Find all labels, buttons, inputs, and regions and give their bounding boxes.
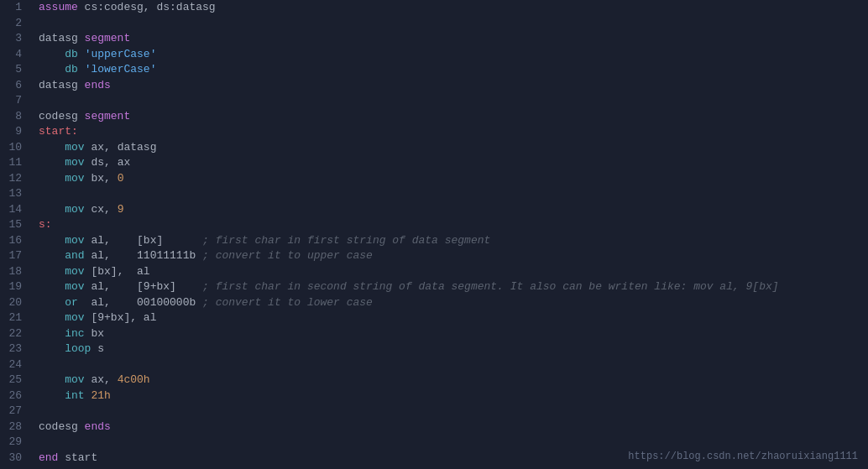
line-number: 23 bbox=[8, 341, 22, 357]
line-number: 17 bbox=[8, 248, 22, 264]
code-line: mov ax, 4c00h bbox=[39, 373, 868, 388]
code-token-instr: loop bbox=[65, 342, 91, 355]
code-token-plain: datasg bbox=[39, 79, 85, 91]
code-line: mov [9+bx], al bbox=[39, 310, 868, 326]
code-token-num: 9 bbox=[118, 203, 124, 216]
code-line: db 'lowerCase' bbox=[39, 62, 868, 78]
code-token-plain: cx, bbox=[85, 203, 118, 216]
code-token-instr: db bbox=[65, 48, 78, 60]
code-token-plain: codesg bbox=[39, 110, 85, 122]
line-number: 4 bbox=[8, 47, 22, 63]
line-number: 16 bbox=[8, 233, 22, 249]
code-token-instr: mov bbox=[65, 141, 84, 154]
line-number: 12 bbox=[8, 171, 22, 187]
line-number: 15 bbox=[8, 217, 22, 233]
code-line: mov ds, ax bbox=[39, 155, 868, 171]
code-line: or al, 00100000b ; convert it to lower c… bbox=[39, 295, 868, 311]
code-line: mov cx, 9 bbox=[39, 202, 868, 218]
code-token-plain bbox=[39, 203, 65, 216]
code-token-plain: al, [bx] bbox=[85, 234, 202, 247]
code-line: codesg segment bbox=[39, 109, 868, 125]
watermark-url: https://blog.csdn.net/zhaoruixiang1111 bbox=[628, 451, 858, 462]
code-line: datasg ends bbox=[39, 78, 868, 94]
code-token-plain: start bbox=[58, 451, 97, 464]
line-number: 30 bbox=[8, 451, 22, 466]
code-token-instr: or bbox=[65, 296, 78, 309]
line-number: 7 bbox=[8, 93, 22, 109]
code-line bbox=[39, 357, 868, 373]
code-token-plain bbox=[39, 311, 65, 324]
code-line bbox=[39, 435, 868, 451]
code-token-lbl: start: bbox=[39, 125, 78, 138]
code-content: assume cs:codesg, ds:datasg datasg segme… bbox=[30, 0, 868, 469]
code-line: mov al, [9+bx] ; first char in second st… bbox=[39, 279, 868, 295]
code-token-str-tick: 'lowerCase' bbox=[85, 63, 157, 76]
code-token-plain bbox=[39, 296, 65, 309]
line-number: 5 bbox=[8, 62, 22, 78]
code-token-instr: mov bbox=[65, 311, 84, 324]
code-line: mov bx, 0 bbox=[39, 171, 868, 187]
code-token-kw: assume bbox=[39, 1, 78, 13]
code-token-plain: ax, datasg bbox=[85, 141, 157, 154]
code-token-plain: ds, ax bbox=[85, 156, 131, 169]
code-token-plain: s bbox=[91, 342, 104, 355]
line-number: 28 bbox=[8, 419, 22, 435]
code-token-num: 21h bbox=[91, 389, 110, 402]
line-number: 14 bbox=[8, 202, 22, 218]
code-token-instr: mov bbox=[65, 280, 84, 293]
code-token-num: 0 bbox=[118, 172, 124, 185]
code-line: assume cs:codesg, ds:datasg bbox=[39, 0, 868, 16]
code-token-plain bbox=[39, 342, 65, 355]
line-number: 19 bbox=[8, 279, 22, 295]
code-token-plain bbox=[39, 389, 65, 402]
code-line: mov ax, datasg bbox=[39, 140, 868, 156]
code-token-plain: al, 00100000b bbox=[78, 296, 202, 309]
line-number: 29 bbox=[8, 435, 22, 451]
code-token-plain bbox=[39, 48, 65, 60]
code-editor: 1234567891011121314151617181920212223242… bbox=[0, 0, 868, 469]
code-token-instr: and bbox=[65, 249, 84, 262]
code-line: s: bbox=[39, 217, 868, 233]
code-token-plain bbox=[78, 48, 85, 60]
code-token-kw: segment bbox=[85, 32, 131, 44]
code-token-kw: ends bbox=[85, 79, 111, 91]
code-token-plain bbox=[39, 373, 65, 386]
line-number: 25 bbox=[8, 373, 22, 388]
code-token-plain: cs:codesg, ds:datasg bbox=[78, 1, 216, 13]
code-token-plain: al, 11011111b bbox=[85, 249, 202, 262]
code-line bbox=[39, 93, 868, 109]
code-token-comment: ; convert it to lower case bbox=[202, 296, 373, 309]
code-token-instr: db bbox=[65, 63, 78, 76]
code-line bbox=[39, 186, 868, 202]
code-token-instr: int bbox=[65, 389, 84, 402]
code-token-plain bbox=[39, 265, 65, 278]
line-number: 8 bbox=[8, 109, 22, 125]
code-token-plain bbox=[39, 172, 65, 185]
code-token-str-tick: 'upperCase' bbox=[85, 48, 157, 60]
code-token-comment: ; first char in first string of data seg… bbox=[202, 234, 490, 247]
line-number: 11 bbox=[8, 155, 22, 171]
line-number: 13 bbox=[8, 186, 22, 202]
line-number: 10 bbox=[8, 140, 22, 156]
code-token-plain: datasg bbox=[39, 32, 85, 44]
code-token-instr: mov bbox=[65, 156, 84, 169]
code-line: db 'upperCase' bbox=[39, 47, 868, 63]
code-token-instr: mov bbox=[65, 265, 84, 278]
line-number: 21 bbox=[8, 310, 22, 326]
code-token-plain: ax, bbox=[85, 373, 118, 386]
code-line: int 21h bbox=[39, 388, 868, 404]
line-numbers: 1234567891011121314151617181920212223242… bbox=[0, 0, 30, 469]
code-line: mov al, [bx] ; first char in first strin… bbox=[39, 233, 868, 249]
code-token-plain bbox=[39, 63, 65, 76]
code-token-plain bbox=[39, 156, 65, 169]
line-number: 24 bbox=[8, 357, 22, 373]
line-number: 20 bbox=[8, 295, 22, 311]
code-token-instr: mov bbox=[65, 234, 84, 247]
code-token-lbl: s: bbox=[39, 218, 52, 231]
code-token-kw: ends bbox=[85, 420, 111, 433]
code-token-instr: inc bbox=[65, 327, 84, 340]
code-token-plain: bx, bbox=[85, 172, 118, 185]
code-line: inc bx bbox=[39, 326, 868, 342]
code-line: codesg ends bbox=[39, 419, 868, 435]
code-token-num: 4c00h bbox=[118, 373, 150, 386]
